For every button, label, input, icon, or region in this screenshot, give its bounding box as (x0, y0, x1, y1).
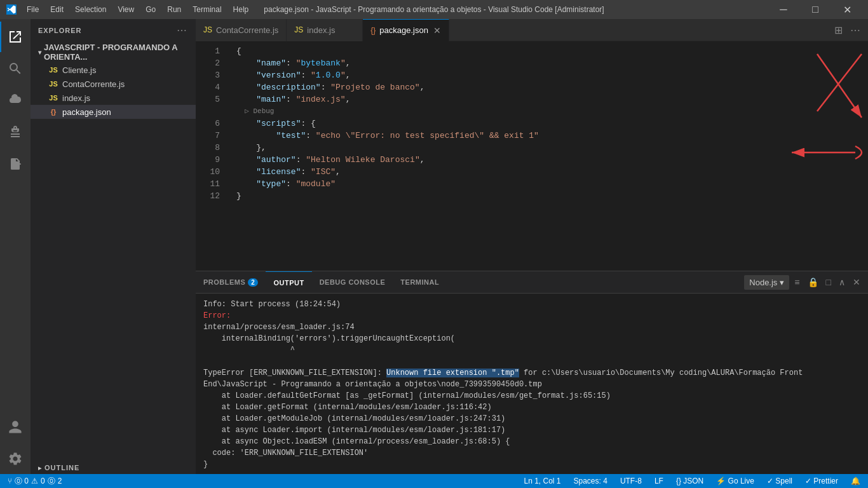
language-item[interactable]: {} JSON (674, 477, 706, 485)
titlebar-menu: File Edit Selection View Go Run Terminal… (22, 3, 254, 17)
new-file-icon[interactable]: ⋯ (175, 23, 188, 37)
clear-output-icon[interactable]: ≡ (792, 274, 802, 290)
code-line-2: "name": "bytebank", (226, 57, 868, 69)
position-text: Ln 1, Col 1 (524, 477, 560, 485)
output-line-10: at Loader.getModuleJob (internal/modules… (203, 413, 860, 424)
output-line-6 (203, 356, 860, 367)
vscode-logo-icon (6, 4, 17, 15)
output-line-12: at async Object.loadESM (internal/proces… (203, 436, 860, 447)
git-branch-item[interactable]: ⑂ ⓪ 0 ⚠ 0 ⓪ 2 (5, 476, 64, 487)
status-right: Ln 1, Col 1 Spaces: 4 UTF-8 LF {} JSON ⚡… (521, 477, 863, 485)
panel-tabs: PROBLEMS 2 OUTPUT DEBUG CONSOLE TERMINAL (196, 271, 868, 294)
tab-close-icon[interactable]: ✕ (433, 25, 441, 36)
split-editor-icon[interactable]: ⊞ (832, 22, 845, 39)
expand-panel-icon[interactable]: ∧ (836, 274, 848, 290)
error-icon: ⓪ (48, 476, 55, 487)
code-line-12: } (226, 190, 868, 202)
maximize-panel-icon[interactable]: □ (824, 274, 834, 290)
menu-view[interactable]: View (112, 3, 139, 17)
output-line-1: Info: Start process (18:24:54) (203, 299, 860, 310)
code-line-8: }, (226, 142, 868, 154)
spell-text: ✓ Spell (767, 477, 792, 485)
code-content[interactable]: { "name": "bytebank", "version": "1.0.0"… (226, 41, 868, 271)
activity-account[interactable] (0, 412, 31, 442)
lock-output-icon[interactable]: 🔒 (805, 274, 821, 290)
menu-file[interactable]: File (22, 3, 44, 17)
js-tab-icon: JS (203, 25, 212, 34)
debug-console-label: DEBUG CONSOLE (320, 278, 386, 286)
bell-icon: 🔔 (851, 477, 860, 485)
tab-package[interactable]: {} package.json ✕ (363, 19, 449, 41)
spaces-item[interactable]: Spaces: 4 (571, 477, 610, 485)
js-file-icon: JS (48, 93, 58, 103)
menu-edit[interactable]: Edit (45, 3, 69, 17)
output-line-8: at Loader.defaultGetFormat [as _getForma… (203, 390, 860, 402)
tab-index[interactable]: JS index.js (287, 19, 363, 41)
go-live-item[interactable]: ⚡ Go Live (714, 477, 757, 485)
explorer-section: ▾ JAVASCRIPT - PROGRAMANDO A ORIENTA... … (31, 41, 196, 119)
more-tabs-icon[interactable]: ⋯ (848, 22, 863, 39)
file-item-contacorrente[interactable]: JS ContaCorrente.js (31, 77, 196, 91)
encoding-item[interactable]: UTF-8 (618, 477, 644, 485)
panel-tab-problems[interactable]: PROBLEMS 2 (196, 271, 266, 294)
file-item-index[interactable]: JS index.js (31, 91, 196, 105)
file-item-package[interactable]: {} package.json (31, 105, 196, 119)
code-line-debug: ▷ Debug (226, 105, 868, 118)
output-line-7: TypeError [ERR_UNKNOWN_FILE_EXTENSION]: … (203, 367, 860, 390)
minimize-button[interactable]: ─ (769, 0, 798, 19)
line-ending-item[interactable]: LF (652, 477, 666, 485)
maximize-button[interactable]: □ (801, 0, 830, 19)
panel: PROBLEMS 2 OUTPUT DEBUG CONSOLE TERMINAL (196, 271, 868, 474)
file-label-cliente: Cliente.js (62, 65, 96, 75)
output-line-2: Error: (203, 310, 860, 322)
panel-tab-terminal[interactable]: TERMINAL (393, 271, 447, 294)
code-line-6: "scripts": { (226, 118, 868, 130)
activity-settings[interactable] (0, 444, 31, 474)
notification-item[interactable]: 🔔 (848, 477, 863, 485)
outline-label: OUTLINE (44, 464, 79, 471)
panel-tab-debug[interactable]: DEBUG CONSOLE (312, 271, 393, 294)
close-button[interactable]: ✕ (832, 0, 862, 19)
spaces-text: Spaces: 4 (574, 477, 607, 485)
code-editor[interactable]: 1 2 3 4 5 6 7 8 9 10 11 12 (196, 41, 868, 271)
sidebar: EXPLORER ⋯ ▾ JAVASCRIPT - PROGRAMANDO A … (31, 19, 196, 474)
activity-extensions[interactable] (0, 149, 31, 179)
warning-icon: ⚠ (31, 477, 38, 485)
activity-source-control[interactable] (0, 85, 31, 116)
output-source-dropdown[interactable]: Node.js ▾ (744, 275, 789, 290)
problems-label: PROBLEMS (203, 278, 245, 286)
menu-go[interactable]: Go (140, 3, 161, 17)
output-line-11: at async Loader.import (internal/modules… (203, 424, 860, 436)
output-line-5: ^ (203, 344, 860, 356)
cursor-position[interactable]: Ln 1, Col 1 (521, 477, 563, 485)
prettier-text: ✓ Prettier (805, 477, 838, 485)
outline-header[interactable]: ▸ OUTLINE (31, 461, 196, 474)
panel-tab-output[interactable]: OUTPUT (266, 271, 311, 294)
menu-selection[interactable]: Selection (70, 3, 111, 17)
chevron-down-icon: ▾ (780, 278, 784, 287)
prettier-item[interactable]: ✓ Prettier (803, 477, 841, 485)
menu-run[interactable]: Run (162, 3, 186, 17)
tab-contacorrente[interactable]: JS ContaCorrente.js (196, 19, 287, 41)
file-item-cliente[interactable]: JS Cliente.js (31, 63, 196, 77)
main-container: EXPLORER ⋯ ▾ JAVASCRIPT - PROGRAMANDO A … (0, 19, 868, 474)
outline-section: ▸ OUTLINE (31, 461, 196, 474)
close-panel-icon[interactable]: ✕ (850, 274, 863, 290)
js-file-icon: JS (48, 65, 58, 75)
output-line-13: code: 'ERR_UNKNOWN_FILE_EXTENSION' (203, 447, 860, 459)
code-line-4: "description": "Projeto de banco", (226, 81, 868, 93)
code-line-1: { (226, 45, 868, 57)
tabs-bar: JS ContaCorrente.js JS index.js {} packa… (196, 19, 868, 41)
menu-terminal[interactable]: Terminal (187, 3, 226, 17)
activity-explorer[interactable] (0, 22, 31, 52)
file-tree: JS Cliente.js JS ContaCorrente.js JS ind… (31, 63, 196, 119)
editor-area: JS ContaCorrente.js JS index.js {} packa… (196, 19, 868, 474)
dropdown-label: Node.js (749, 278, 777, 287)
menu-help[interactable]: Help (228, 3, 254, 17)
spell-item[interactable]: ✓ Spell (764, 477, 795, 485)
folder-javascript[interactable]: ▾ JAVASCRIPT - PROGRAMANDO A ORIENTA... (31, 41, 196, 63)
activity-search[interactable] (0, 53, 31, 84)
activity-debug[interactable] (0, 117, 31, 147)
code-line-5: "main": "index.js", (226, 93, 868, 105)
sidebar-actions: ⋯ (175, 23, 188, 37)
